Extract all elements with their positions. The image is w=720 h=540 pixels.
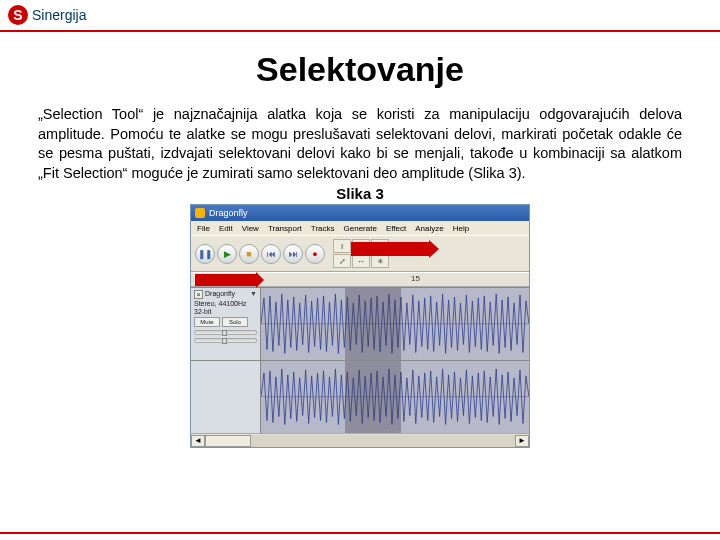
bottom-divider xyxy=(0,532,720,534)
selection-region[interactable] xyxy=(345,361,401,433)
selection-region[interactable] xyxy=(345,288,401,360)
window-titlebar: Dragonfly xyxy=(191,205,529,221)
track-control-panel-lower xyxy=(191,361,261,433)
ruler-tick-label: 15 xyxy=(411,274,420,283)
multi-tool-button[interactable]: ✳ xyxy=(371,254,389,268)
menu-item[interactable]: Effect xyxy=(386,224,406,233)
scroll-left-button[interactable]: ◄ xyxy=(191,435,205,447)
slider-thumb[interactable] xyxy=(222,330,227,336)
waveform-channel[interactable] xyxy=(261,361,529,433)
track-name: Dragonfly xyxy=(205,290,235,297)
audacity-window: Dragonfly File Edit View Transport Track… xyxy=(190,204,530,448)
callout-arrow-icon xyxy=(195,274,257,286)
menu-item[interactable]: Generate xyxy=(344,224,377,233)
gain-slider[interactable] xyxy=(194,330,257,335)
menu-item[interactable]: Help xyxy=(453,224,469,233)
zoom-tool-button[interactable]: ⤢ xyxy=(333,254,351,268)
slide-title: Selektovanje xyxy=(0,50,720,89)
callout-arrow-icon xyxy=(351,242,431,256)
window-title: Dragonfly xyxy=(209,208,248,218)
stop-icon: ■ xyxy=(246,249,251,259)
skip-end-icon: ⏭ xyxy=(289,249,298,259)
horizontal-scrollbar[interactable]: ◄ ► xyxy=(191,433,529,447)
track-info: Stereo, 44100Hz xyxy=(194,299,257,307)
transport-toolbar: ❚❚ ▶ ■ ⏮ ⏭ ● I ∿ ✎ ⤢ ↔ ✳ xyxy=(191,235,529,272)
skip-start-button[interactable]: ⏮ xyxy=(261,244,281,264)
close-track-button[interactable]: × xyxy=(194,290,203,299)
logo: S Sinergija xyxy=(8,5,86,25)
waveform-channel[interactable] xyxy=(261,288,529,360)
track-row: × Dragonfly ▼ Stereo, 44100Hz 32-bit Mut… xyxy=(191,287,529,360)
solo-button[interactable]: Solo xyxy=(222,317,248,327)
record-icon: ● xyxy=(312,249,317,259)
logo-mark: S xyxy=(8,5,28,25)
pan-slider[interactable] xyxy=(194,338,257,343)
menu-item[interactable]: Transport xyxy=(268,224,302,233)
scroll-right-button[interactable]: ► xyxy=(515,435,529,447)
scrollbar-track[interactable] xyxy=(205,435,515,447)
track-info: 32-bit xyxy=(194,307,257,315)
menu-item[interactable]: Edit xyxy=(219,224,233,233)
track-control-panel: × Dragonfly ▼ Stereo, 44100Hz 32-bit Mut… xyxy=(191,288,261,360)
skip-end-button[interactable]: ⏭ xyxy=(283,244,303,264)
body-paragraph: „Selection Tool“ je najznačajnija alatka… xyxy=(0,105,720,183)
scrollbar-thumb[interactable] xyxy=(205,435,251,447)
pause-button[interactable]: ❚❚ xyxy=(195,244,215,264)
play-icon: ▶ xyxy=(224,249,231,259)
record-button[interactable]: ● xyxy=(305,244,325,264)
menu-item[interactable]: View xyxy=(242,224,259,233)
timeshift-tool-button[interactable]: ↔ xyxy=(352,254,370,268)
mute-button[interactable]: Mute xyxy=(194,317,220,327)
figure-wrap: Dragonfly File Edit View Transport Track… xyxy=(0,204,720,448)
app-icon xyxy=(195,208,205,218)
menu-item[interactable]: File xyxy=(197,224,210,233)
top-divider xyxy=(0,30,720,32)
track-row xyxy=(191,360,529,433)
track-menu-button[interactable]: ▼ xyxy=(250,290,257,297)
figure-caption: Slika 3 xyxy=(0,185,720,202)
time-ruler[interactable]: 15 xyxy=(191,272,529,287)
menu-item[interactable]: Analyze xyxy=(415,224,443,233)
logo-text: Sinergija xyxy=(32,7,86,23)
play-button[interactable]: ▶ xyxy=(217,244,237,264)
header-bar: S Sinergija xyxy=(0,0,720,30)
pause-icon: ❚❚ xyxy=(198,249,212,259)
menu-item[interactable]: Tracks xyxy=(311,224,335,233)
slider-thumb[interactable] xyxy=(222,338,227,344)
stop-button[interactable]: ■ xyxy=(239,244,259,264)
selection-tool-button[interactable]: I xyxy=(333,239,351,253)
skip-start-icon: ⏮ xyxy=(267,249,276,259)
menu-bar: File Edit View Transport Tracks Generate… xyxy=(191,221,529,235)
